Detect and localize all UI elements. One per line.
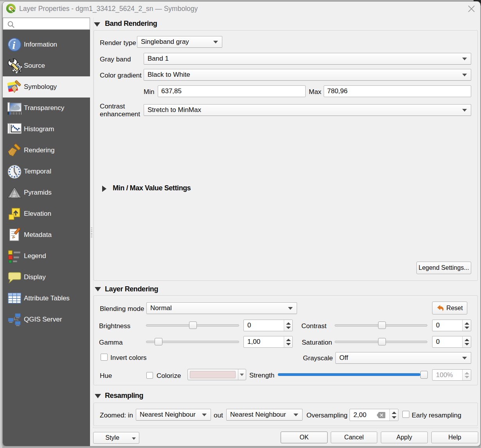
svg-text:i: i bbox=[12, 39, 15, 51]
